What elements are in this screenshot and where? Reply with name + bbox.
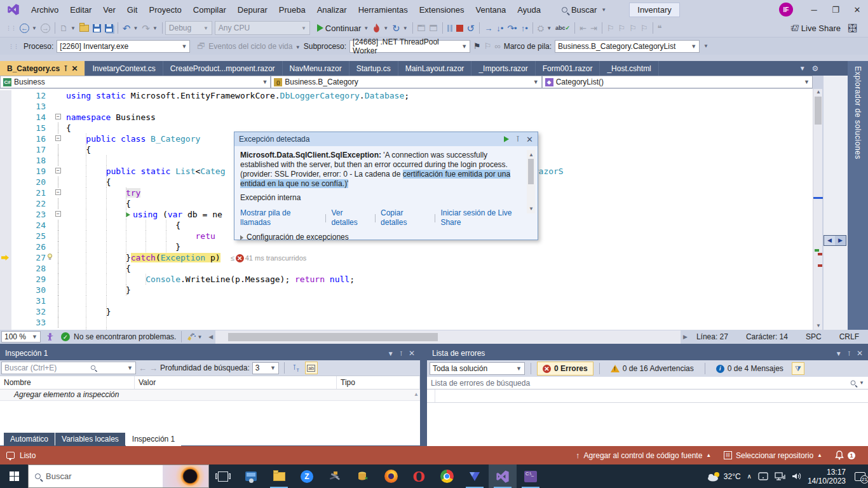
loop-icon[interactable]: ∞ xyxy=(494,42,500,50)
open-file-button[interactable] xyxy=(78,21,91,35)
zoom-app-button[interactable]: Z xyxy=(293,464,321,488)
tab-invetarycontext-cs[interactable]: InvetaryContext.cs xyxy=(85,61,163,76)
action-center-button[interactable]: 21 xyxy=(855,472,865,481)
exception-link-ver-detalles[interactable]: Ver detalles xyxy=(331,208,370,227)
messages-filter-button[interactable]: i 0 de 4 Mensajes xyxy=(711,362,789,376)
tab-form001-razor[interactable]: Form001.razor xyxy=(536,61,600,76)
menu-compilar[interactable]: Compilar xyxy=(187,3,232,17)
outlining-margin[interactable] xyxy=(52,274,66,285)
breakpoint-settings-button[interactable]: ⛭▼ xyxy=(536,21,553,35)
window-position-chevron-icon[interactable]: ▼ xyxy=(836,350,842,357)
menu-ayuda[interactable]: Ayuda xyxy=(512,3,546,17)
outline-collapse-box[interactable]: − xyxy=(55,135,61,141)
outline-collapse-box[interactable]: − xyxy=(55,189,61,195)
tablet-icon[interactable] xyxy=(758,472,768,480)
outlining-margin[interactable] xyxy=(52,198,66,209)
solution-name[interactable]: Inventary xyxy=(629,3,679,17)
panel-tab-variables-locales[interactable]: Variables locales xyxy=(55,433,125,446)
save-all-button[interactable] xyxy=(103,21,115,35)
breakpoint-margin[interactable] xyxy=(0,317,11,328)
exception-link-copiar-detalles[interactable]: Copiar detalles xyxy=(381,208,430,227)
solution-explorer-side-tab[interactable]: Explorador de soluciones xyxy=(848,61,868,330)
split-left-icon[interactable]: ◀ xyxy=(824,236,835,245)
flag-outline-icon[interactable]: ⚐ xyxy=(484,42,492,50)
tab-b-category-cs[interactable]: B_Category.cs⊺✕ xyxy=(0,61,85,76)
perf-tip[interactable]: ≤✕41 ms transcurridos xyxy=(231,253,307,264)
breakpoint-margin[interactable] xyxy=(0,133,11,144)
breakpoint-margin[interactable] xyxy=(0,112,11,123)
breakpoint-margin[interactable] xyxy=(0,90,11,101)
pin-icon[interactable]: ⊺ xyxy=(848,350,851,357)
code-text[interactable]: Console.WriteLine(p.Message); return nul… xyxy=(66,274,813,285)
breakpoint-margin[interactable] xyxy=(0,155,11,166)
code-line-27[interactable]: 27 }catch(Exception p)≤✕41 ms transcurri… xyxy=(0,252,813,263)
class-dropdown[interactable]: {} Business.B_Category▼ xyxy=(271,76,541,88)
navigate-back-button[interactable]: ←▼ xyxy=(18,21,39,35)
filter-icon[interactable]: ⧩ xyxy=(792,362,804,375)
outlining-margin[interactable] xyxy=(52,317,66,328)
error-search-input[interactable]: Lista de errores de búsqueda ▼ xyxy=(427,377,868,390)
code-text[interactable]: { xyxy=(66,263,813,274)
toolbar-grip[interactable]: ⋮⋮ xyxy=(6,25,16,31)
pin-icon[interactable]: ⊺ xyxy=(64,64,67,73)
project-dropdown[interactable]: C# Business▼ xyxy=(0,76,271,88)
share-person-button[interactable]: 🙫 xyxy=(846,21,859,35)
navigate-forward-button[interactable]: → xyxy=(39,21,52,35)
tab-mainlayout-razor[interactable]: MainLayout.razor xyxy=(398,61,472,76)
outlining-margin[interactable] xyxy=(52,263,66,274)
firefox-button[interactable] xyxy=(377,464,405,488)
hscroll-left-icon[interactable]: ◀ xyxy=(208,334,213,340)
code-line-14[interactable]: 14−namespace Business xyxy=(0,112,813,123)
outlining-margin[interactable] xyxy=(52,123,66,133)
tab-host-cshtml[interactable]: _Host.cshtml xyxy=(600,61,658,76)
dialog-scrollbar[interactable]: ▲ ▼ xyxy=(527,150,535,214)
menu-herramientas[interactable]: Herramientas xyxy=(353,3,414,17)
hscroll-right-icon[interactable]: ▶ xyxy=(683,334,688,340)
outlining-margin[interactable] xyxy=(52,241,66,252)
outlining-margin[interactable] xyxy=(52,144,66,155)
menu-extensiones[interactable]: Extensiones xyxy=(414,3,470,17)
code-line-31[interactable]: 31 xyxy=(0,295,813,306)
continue-icon[interactable] xyxy=(504,136,509,142)
menu-depurar[interactable]: Depurar xyxy=(232,3,273,17)
chrome-button[interactable] xyxy=(433,464,461,488)
line-indicator[interactable]: Línea: 27 xyxy=(688,332,737,341)
redo-button[interactable]: ↷▼ xyxy=(140,21,159,35)
menu-ver[interactable]: Ver xyxy=(97,3,121,17)
code-text[interactable] xyxy=(66,295,813,306)
menu-prueba[interactable]: Prueba xyxy=(273,3,311,17)
code-line-30[interactable]: 30 } xyxy=(0,285,813,295)
code-line-13[interactable]: 13 xyxy=(0,101,813,112)
preview-changes-button[interactable]: 🗔 xyxy=(416,21,428,35)
code-line-26[interactable]: 26 } xyxy=(0,241,813,252)
watch-add-row[interactable]: Agregar elemento a inspección xyxy=(0,390,420,401)
code-text[interactable]: } xyxy=(66,241,813,252)
broom-chevron-icon[interactable]: ▼ xyxy=(197,334,202,340)
outlining-margin[interactable]: − xyxy=(52,187,66,198)
split-right-icon[interactable]: ▶ xyxy=(835,236,846,245)
split-view-controls[interactable]: ◀▶ xyxy=(824,235,846,246)
close-icon[interactable]: ✕ xyxy=(857,349,863,358)
add-to-source-control-button[interactable]: ↑ Agregar al control de código fuente ▲ xyxy=(569,451,717,460)
outlining-margin[interactable] xyxy=(52,155,66,166)
stack-frame-dropdown[interactable]: Business.B_Category.CategoryList▼ xyxy=(555,40,700,53)
search-forward-icon[interactable]: → xyxy=(149,364,158,372)
outlining-margin[interactable] xyxy=(52,306,66,317)
tab-createproduct-mponent-razor[interactable]: CreateProduct...mponent.razor xyxy=(163,61,283,76)
continue-button[interactable]: Continuar▼ xyxy=(315,21,370,35)
close-icon[interactable]: ✕ xyxy=(409,349,415,358)
window-position-chevron-icon[interactable]: ▼ xyxy=(388,350,394,357)
code-line-28[interactable]: 28 { xyxy=(0,263,813,274)
menu-editar[interactable]: Editar xyxy=(64,3,97,17)
outlining-margin[interactable] xyxy=(52,295,66,306)
code-line-32[interactable]: 32 } xyxy=(0,306,813,317)
panel-tab-autom-tico[interactable]: Automático xyxy=(4,433,55,446)
run-to-cursor-icon[interactable] xyxy=(126,212,130,217)
error-list-titlebar[interactable]: Lista de errores ▼ ⊺ ✕ xyxy=(427,346,868,360)
tray-chevron-up-icon[interactable]: ∧ xyxy=(747,473,752,480)
bookmark-toggle-button[interactable]: ⚐ xyxy=(605,21,616,35)
toolbar-overflow-icon[interactable]: ▼ xyxy=(703,43,709,49)
step-over-button[interactable]: ↷• xyxy=(505,21,519,35)
space-indicator[interactable]: SPC xyxy=(797,332,831,341)
pin-icon[interactable]: ⊺ xyxy=(400,350,403,357)
